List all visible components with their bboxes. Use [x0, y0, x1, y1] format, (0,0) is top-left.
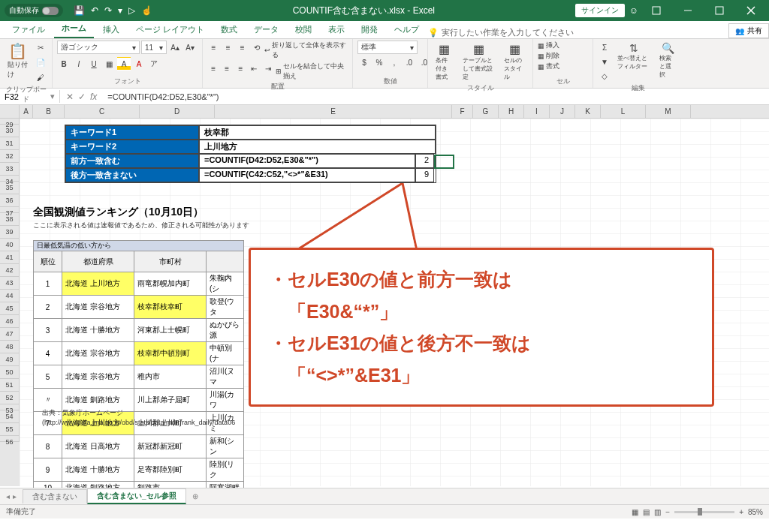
percent-icon[interactable]: %	[372, 56, 386, 69]
row-header[interactable]: 42	[0, 264, 20, 277]
col-header[interactable]: M	[646, 105, 691, 118]
tab-insert[interactable]: 挿入	[95, 21, 127, 38]
indent-inc-icon[interactable]: ⇥	[262, 62, 274, 75]
cell-rank[interactable]: 9	[34, 458, 62, 482]
cell-rank[interactable]: 8	[34, 435, 62, 458]
col-header[interactable]: G	[473, 105, 499, 118]
row-header[interactable]: 33	[0, 163, 20, 176]
align-top-icon[interactable]: ≡	[207, 41, 220, 54]
table-row[interactable]: 2北海道 宗谷地方枝幸郡枝幸町歌登(ウタ	[34, 296, 244, 319]
cell-rest[interactable]: 川湯(カワ	[207, 389, 244, 412]
col-header[interactable]: K	[575, 105, 601, 118]
kw-formula[interactable]: =COUNTIF(D42:D52,E30&"*")	[199, 154, 415, 168]
inc-decimal-icon[interactable]: .0	[403, 56, 416, 69]
ribbon-options-icon[interactable]	[643, 0, 670, 21]
table-row[interactable]: 5北海道 宗谷地方稚内市沼川(ヌマ	[34, 365, 244, 389]
tab-view[interactable]: 表示	[321, 21, 352, 38]
insert-cells-button[interactable]: ▦挿入	[538, 41, 559, 50]
touch-mode-icon[interactable]: ☝	[141, 5, 152, 16]
share-button[interactable]: 👥 共有	[728, 23, 769, 38]
tab-layout[interactable]: ページ レイアウト	[128, 21, 212, 38]
sort-filter-button[interactable]: ⇅並べ替えとフィルター	[614, 41, 653, 72]
paste-button[interactable]: 📋 貼り付け	[5, 41, 31, 81]
table-format-button[interactable]: ▦テーブルとして書式設定	[460, 41, 499, 83]
select-all-button[interactable]	[0, 105, 20, 118]
cell-city[interactable]: 枝幸郡枝幸町	[134, 296, 207, 319]
th-city[interactable]: 市町村	[134, 251, 207, 272]
table-row[interactable]: 9北海道 十勝地方足寄郡陸別町陸別(リク	[34, 458, 244, 482]
cell-rest[interactable]: 中頓別(ナ	[207, 342, 244, 365]
kw-result[interactable]: 2	[415, 154, 434, 168]
format-painter-icon[interactable]: 🖌	[34, 71, 47, 84]
delete-cells-button[interactable]: ▦削除	[538, 51, 559, 61]
cell-city[interactable]: 河東郡上士幌町	[134, 319, 207, 342]
row-header[interactable]: 45	[0, 302, 20, 315]
col-header[interactable]: H	[499, 105, 524, 118]
row-header[interactable]: 35	[0, 182, 20, 194]
kw-label[interactable]: 前方一致含む	[65, 154, 199, 168]
cell-pref[interactable]: 北海道 日高地方	[62, 435, 134, 458]
undo-icon[interactable]: ↶	[91, 5, 98, 16]
cell-city[interactable]: 新冠郡新冠町	[134, 435, 207, 458]
table-row[interactable]: 4北海道 宗谷地方枝幸郡中頓別町中頓別(ナ	[34, 342, 244, 365]
find-select-button[interactable]: 🔍検索と選択	[656, 41, 679, 80]
cell-style-button[interactable]: ▦セルのスタイル	[501, 41, 528, 83]
comma-icon[interactable]: ,	[388, 56, 401, 69]
fx-icon[interactable]: fx	[90, 92, 97, 102]
source-line2[interactable]: (http://www.data.jma.go.jp/obd/stats/dat…	[42, 419, 235, 426]
zoom-out-icon[interactable]: −	[665, 508, 670, 516]
cell-rank[interactable]: 5	[34, 365, 62, 389]
tab-home[interactable]: ホーム	[54, 20, 94, 38]
fill-color-icon[interactable]: A	[117, 57, 131, 71]
kw-label[interactable]: キーワード1	[65, 125, 199, 140]
align-left-icon[interactable]: ≡	[207, 62, 219, 75]
cell-rank[interactable]: 3	[34, 319, 62, 342]
view-pagebreak-icon[interactable]: ▥	[654, 508, 661, 516]
number-format-select[interactable]: 標準▾	[357, 41, 418, 54]
cell-city[interactable]: 川上郡弟子屈町	[134, 389, 207, 412]
table-bar[interactable]: 日最低気温の低い方から	[34, 241, 244, 251]
minimize-button[interactable]	[674, 0, 701, 21]
row-header[interactable]: 48	[0, 341, 20, 353]
qat-dropdown-icon[interactable]: ▾	[118, 5, 122, 16]
font-size-select[interactable]: 11▾	[141, 41, 167, 54]
cell-rest[interactable]: 新和(シン	[207, 435, 244, 458]
cell-pref[interactable]: 北海道 宗谷地方	[62, 296, 134, 319]
th-rank[interactable]: 順位	[34, 251, 62, 272]
tell-me-box[interactable]: 💡 実行したい作業を入力してください	[428, 27, 574, 38]
cell-pref[interactable]: 北海道 十勝地方	[62, 319, 134, 342]
autosum-icon[interactable]: Σ	[598, 41, 611, 54]
phonetic-icon[interactable]: ア	[147, 57, 161, 71]
col-header[interactable]: F	[452, 105, 473, 118]
merge-button[interactable]: ⊞セルを結合して中央揃え	[276, 62, 348, 81]
align-bottom-icon[interactable]: ≡	[236, 41, 249, 54]
source-line1[interactable]: 出典：気象庁ホームページ	[42, 408, 123, 418]
cell-pref[interactable]: 北海道 宗谷地方	[62, 342, 134, 365]
cell-rank[interactable]: 4	[34, 342, 62, 365]
cond-format-button[interactable]: ▦条件付き書式	[433, 41, 457, 83]
save-icon[interactable]: 💾	[74, 5, 85, 16]
zoom-value[interactable]: 85%	[748, 508, 763, 516]
increase-font-icon[interactable]: A▴	[168, 41, 182, 54]
row-header[interactable]: 55	[0, 423, 20, 436]
th-rest[interactable]	[207, 251, 244, 272]
col-header[interactable]: J	[550, 105, 575, 118]
underline-icon[interactable]: U	[87, 57, 101, 71]
row-header[interactable]: 36	[0, 194, 20, 207]
sheet-tab[interactable]: 含む含まない_セル参照	[87, 488, 186, 504]
cancel-fx-icon[interactable]: ✕	[66, 92, 74, 102]
zoom-in-icon[interactable]: +	[739, 508, 743, 516]
cell-city[interactable]: 稚内市	[134, 365, 207, 389]
sheet-nav-first-icon[interactable]: ◂	[6, 492, 10, 500]
row-header[interactable]: 50	[0, 366, 20, 379]
cell-city[interactable]: 雨竜郡幌加内町	[134, 272, 207, 296]
cell-rank[interactable]: 1	[34, 272, 62, 296]
italic-icon[interactable]: I	[72, 57, 86, 71]
row-header[interactable]: 54	[0, 410, 20, 423]
tab-formulas[interactable]: 数式	[213, 21, 245, 38]
face-icon[interactable]: ☺	[629, 5, 638, 16]
copy-icon[interactable]: 📄	[34, 56, 47, 69]
row-header[interactable]: 32	[0, 150, 20, 163]
currency-icon[interactable]: $	[357, 56, 371, 69]
decrease-font-icon[interactable]: A▾	[183, 41, 197, 54]
